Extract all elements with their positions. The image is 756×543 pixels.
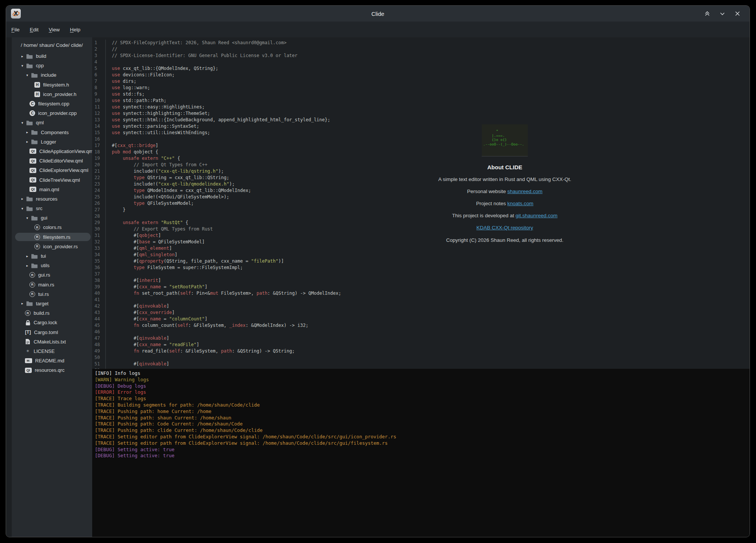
lock-icon-wrap: [25, 320, 31, 326]
tree-item-clideeditorview-qml[interactable]: QtClideEditorView.qml: [12, 156, 92, 166]
chevron-down-icon[interactable]: ▾: [20, 64, 25, 68]
tree-item-resources-qrc[interactable]: Qtresources.qrc: [12, 365, 92, 375]
qt-file-icon: Qt: [29, 158, 36, 164]
close-icon: [734, 10, 741, 17]
tree-item-readme-md[interactable]: M↓README.md: [12, 356, 92, 365]
tree-item-include[interactable]: ▾include: [12, 70, 92, 80]
about-line-2: This project is developed at git.shaunre…: [416, 213, 594, 219]
tree-item-license[interactable]: ✶LICENSE: [12, 347, 92, 356]
chevron-down-icon[interactable]: ▾: [25, 216, 29, 220]
tree-item-gui-rs[interactable]: Rgui.rs: [12, 270, 92, 280]
tree-item-label: ClideApplicationView.qml: [39, 149, 92, 154]
link-knoats-com[interactable]: knoats.com: [507, 201, 533, 206]
menu-item-edit[interactable]: Edit: [30, 27, 39, 32]
maximize-button[interactable]: [703, 10, 711, 17]
code-line: 3// SPDX-License-Identifier: GNU General…: [92, 53, 750, 59]
menu-mnemonic: V: [49, 27, 52, 32]
tree-item-label: build.rs: [34, 310, 49, 316]
tree-item-tui[interactable]: ▸tui: [12, 251, 92, 261]
tree-item-label: utils: [41, 263, 49, 268]
chevron-right-icon[interactable]: ▸: [20, 54, 25, 58]
tree-item-label: icon_provider.rs: [43, 244, 78, 249]
tree-item-clideapplicationview-qml[interactable]: QtClideApplicationView.qml: [12, 147, 92, 156]
chevron-right-icon[interactable]: ▸: [20, 302, 25, 305]
code-line: 2//: [92, 46, 750, 53]
tree-item-build-rs[interactable]: Rbuild.rs: [12, 308, 92, 318]
code-text: unsafe extern "C++" {: [106, 155, 180, 162]
chevron-right-icon[interactable]: ▸: [25, 140, 29, 144]
code-text: // Import Qt Types from C++: [106, 162, 207, 168]
tree-item-target[interactable]: ▸target: [12, 299, 92, 308]
tree-item-label: main.qml: [39, 187, 59, 192]
code-line: 34 #[qml_singleton]: [92, 252, 750, 258]
tree-item-cpp[interactable]: ▾cpp: [12, 61, 92, 70]
menu-item-view[interactable]: View: [49, 27, 60, 32]
tree-item-colors-rs[interactable]: Rcolors.rs: [12, 223, 92, 232]
tree-item-cmakelists-txt[interactable]: CMakeLists.txt: [12, 337, 92, 347]
line-number: 23: [92, 181, 106, 187]
chevron-right-icon[interactable]: ▸: [25, 130, 29, 134]
line-number: 34: [92, 252, 106, 258]
about-line-1: Project notes knoats.com: [416, 201, 594, 207]
tree-item-main-qml[interactable]: Qtmain.qml: [12, 185, 92, 194]
line-number: 35: [92, 258, 106, 265]
tree-item-qml[interactable]: ▾qml: [12, 118, 92, 127]
code-text: type QFileSystemModel;: [106, 200, 194, 207]
chevron-down-icon[interactable]: ▾: [20, 121, 25, 125]
tree-item-label: ClideTreeView.qml: [39, 177, 80, 183]
tree-item-main-rs[interactable]: Rmain.rs: [12, 280, 92, 289]
chevron-right-icon[interactable]: ▸: [25, 264, 29, 268]
tree-item-icon-provider-cpp[interactable]: Cicon_provider.cpp: [12, 108, 92, 118]
folder-icon-wrap: [26, 63, 33, 68]
tree-item-icon-provider-h[interactable]: Hicon_provider.h: [12, 90, 92, 99]
lock-icon: [25, 320, 31, 326]
menu-item-file[interactable]: File: [11, 27, 20, 32]
link-git-shaunreed-com[interactable]: git.shaunreed.com: [516, 213, 558, 218]
minimize-button[interactable]: [719, 10, 726, 17]
log-console[interactable]: [INFO] Info logs[WARN] Warning logs[DEBU…: [92, 369, 750, 537]
line-number: 15: [92, 130, 106, 136]
code-text: use syntect::easy::HighlightLines;: [106, 104, 205, 110]
tree-item-cargo-toml[interactable]: [T]Cargo.toml: [12, 327, 92, 337]
tree-item-build[interactable]: ▸build: [12, 51, 92, 61]
link-kdab-cxx-qt-repository[interactable]: KDAB CXX-Qt repository: [476, 225, 533, 231]
tree-item-logger[interactable]: ▸Logger: [12, 137, 92, 147]
folder-icon: [31, 73, 38, 78]
code-text: #[cxx_qt::bridge]: [106, 142, 158, 149]
tree-item-cargo-lock[interactable]: Cargo.lock: [12, 318, 92, 327]
folder-icon: [31, 215, 38, 221]
code-text: use cxx_qt_lib::{QModelIndex, QString};: [106, 65, 218, 72]
tree-item-src[interactable]: ▾src: [12, 204, 92, 213]
tree-item-gui[interactable]: ▾gui: [12, 213, 92, 223]
chevron-down-icon[interactable]: ▾: [25, 73, 29, 77]
tree-item-label: CMakeLists.txt: [34, 339, 66, 345]
close-button[interactable]: [734, 10, 741, 17]
chevron-down-icon[interactable]: ▾: [20, 207, 25, 210]
link-shaunreed-com[interactable]: shaunreed.com: [507, 189, 543, 194]
chevron-right-icon[interactable]: ▸: [20, 197, 25, 201]
tree-item-clideexplorerview-qml[interactable]: QtClideExplorerView.qml: [12, 166, 92, 175]
menu-item-help[interactable]: Help: [70, 27, 80, 32]
tree-item-utils[interactable]: ▸utils: [12, 261, 92, 270]
tree-item-resources[interactable]: ▸resources: [12, 194, 92, 204]
tree-item-filesystem-cpp[interactable]: Cfilesystem.cpp: [12, 99, 92, 108]
tree-item-components[interactable]: ▸Components: [12, 128, 92, 137]
tree-item-label: gui: [41, 215, 47, 221]
rs-file-icon: R: [34, 234, 40, 240]
line-number: 21: [92, 168, 106, 175]
tree-item-filesystem-h[interactable]: Hfilesystem.h: [12, 80, 92, 90]
about-heading: About CLIDE: [416, 164, 594, 170]
folder-icon: [26, 63, 33, 68]
qt-file-icon: Qt: [25, 368, 32, 373]
tree-item-filesystem-rs[interactable]: Rfilesystem.rs: [12, 232, 92, 242]
line-number: 20: [92, 162, 106, 168]
tree-item-icon-provider-rs[interactable]: Ricon_provider.rs: [12, 242, 92, 251]
rs-file-icon: R: [25, 310, 31, 316]
code-line: 12use syntect::highlighting::ThemeSet;: [92, 110, 750, 117]
code-text: include!("cxx-qt-lib/qmodelindex.h");: [106, 181, 235, 187]
file-explorer[interactable]: / home/ shaun/ Code/ clide/ ▸build▾cpp▾i…: [12, 37, 92, 537]
code-line: 33 #[qml_element]: [92, 245, 750, 252]
chevron-right-icon[interactable]: ▸: [25, 254, 29, 258]
tree-item-tui-rs[interactable]: Rtui.rs: [12, 289, 92, 299]
tree-item-clidetreeview-qml[interactable]: QtClideTreeView.qml: [12, 175, 92, 184]
